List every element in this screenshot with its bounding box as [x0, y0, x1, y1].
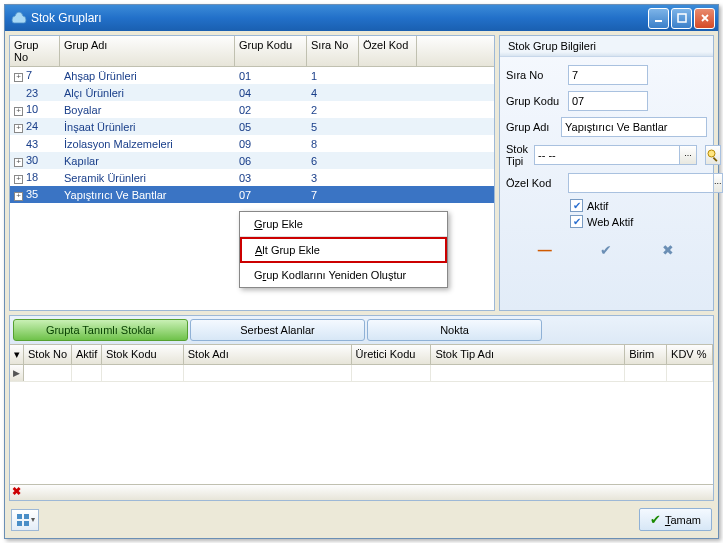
grid-row[interactable]: +18Seramik Ürünleri033	[10, 169, 494, 186]
input-grup-kodu[interactable]	[568, 91, 648, 111]
expand-icon[interactable]: +	[14, 124, 23, 133]
col-aktif[interactable]: Aktif	[72, 345, 102, 364]
tab-grupta-tanimli[interactable]: Grupta Tanımlı Stoklar	[13, 319, 188, 341]
close-button[interactable]	[694, 8, 715, 29]
input-ozel-kod[interactable]	[568, 173, 713, 193]
delete-button[interactable]: —	[535, 242, 555, 258]
window-content: Grup No Grup Adı Grup Kodu Sıra No Özel …	[5, 31, 718, 538]
info-panel: Stok Grup Bilgileri Sıra No Grup Kodu Gr…	[499, 35, 714, 311]
stok-tipi-picker-button[interactable]: ···	[679, 145, 697, 165]
delete-row-icon[interactable]: ✖	[12, 485, 21, 500]
grid-row[interactable]: +10Boyalar022	[10, 101, 494, 118]
stok-tipi-search-button[interactable]	[705, 145, 721, 165]
options-button[interactable]: ▾	[11, 509, 39, 531]
tamam-button[interactable]: ✔ Tamam	[639, 508, 712, 531]
accept-button[interactable]: ✔	[596, 242, 616, 258]
svg-rect-6	[17, 521, 22, 526]
label-aktif: Aktif	[587, 200, 608, 212]
window-buttons	[648, 8, 715, 29]
svg-rect-5	[24, 514, 29, 519]
info-panel-title: Stok Grup Bilgileri	[500, 36, 713, 57]
col-kdv[interactable]: KDV %	[667, 345, 713, 364]
grid-row[interactable]: +35Yapıştırıcı Ve Bantlar077	[10, 186, 494, 203]
input-stok-tipi[interactable]	[534, 145, 679, 165]
titlebar: Stok Grupları	[5, 5, 718, 31]
grid-row[interactable]: +7Ahşap Ürünleri011	[10, 67, 494, 84]
context-menu: Grup Ekle Alt Grup Ekle Grup Kodlarını Y…	[239, 211, 448, 288]
tabs: Grupta Tanımlı Stoklar Serbest Alanlar N…	[10, 316, 713, 344]
col-birim[interactable]: Birim	[625, 345, 667, 364]
ozel-kod-picker-button[interactable]: ···	[713, 173, 723, 193]
input-grup-adi[interactable]	[561, 117, 707, 137]
checkbox-web-aktif[interactable]: ✔	[570, 215, 583, 228]
app-icon	[11, 10, 27, 26]
label-grup-kodu: Grup Kodu	[506, 95, 562, 107]
label-ozel-kod: Özel Kod	[506, 177, 562, 189]
lower-panel: Grupta Tanımlı Stoklar Serbest Alanlar N…	[9, 315, 714, 501]
lower-grid-header: ▾ Stok No Aktif Stok Kodu Stok Adı Üreti…	[10, 344, 713, 365]
expand-icon[interactable]: +	[14, 158, 23, 167]
input-sira-no[interactable]	[568, 65, 648, 85]
svg-rect-4	[17, 514, 22, 519]
col-stok-no[interactable]: Stok No	[24, 345, 72, 364]
grid-row[interactable]: 23Alçı Ürünleri044	[10, 84, 494, 101]
tab-serbest-alanlar[interactable]: Serbest Alanlar	[190, 319, 365, 341]
window-title: Stok Grupları	[31, 11, 648, 25]
col-stok-tip-adi[interactable]: Stok Tip Adı	[431, 345, 625, 364]
col-ozel-kod[interactable]: Özel Kod	[359, 36, 417, 66]
cancel-button[interactable]: ✖	[658, 242, 678, 258]
lower-grid-row[interactable]: ▶	[10, 365, 713, 382]
svg-rect-1	[678, 14, 686, 22]
checkbox-aktif[interactable]: ✔	[570, 199, 583, 212]
label-sira-no: Sıra No	[506, 69, 562, 81]
label-web-aktif: Web Aktif	[587, 216, 633, 228]
menu-alt-grup-ekle[interactable]: Alt Grup Ekle	[240, 237, 447, 263]
col-uretici-kodu[interactable]: Üretici Kodu	[352, 345, 432, 364]
lower-grid-body: ▶ ✖	[10, 365, 713, 500]
svg-rect-0	[655, 20, 662, 22]
minimize-button[interactable]	[648, 8, 669, 29]
maximize-button[interactable]	[671, 8, 692, 29]
menu-grup-ekle[interactable]: Grup Ekle	[240, 212, 447, 237]
grid-row[interactable]: +30Kapılar066	[10, 152, 494, 169]
col-stok-adi[interactable]: Stok Adı	[184, 345, 352, 364]
bottom-bar: ▾ ✔ Tamam	[9, 505, 714, 534]
grid-row[interactable]: 43İzolasyon Malzemeleri098	[10, 135, 494, 152]
svg-rect-7	[24, 521, 29, 526]
lower-grid-footer: ✖	[10, 484, 713, 500]
col-grup-kod[interactable]: Grup Kodu	[235, 36, 307, 66]
label-grup-adi: Grup Adı	[506, 121, 555, 133]
expand-icon[interactable]: +	[14, 175, 23, 184]
svg-rect-3	[713, 157, 718, 162]
expand-icon[interactable]: +	[14, 73, 23, 82]
expand-icon[interactable]: +	[14, 192, 23, 201]
group-grid: Grup No Grup Adı Grup Kodu Sıra No Özel …	[9, 35, 495, 311]
col-sira-no[interactable]: Sıra No	[307, 36, 359, 66]
grid-row[interactable]: +24İnşaat Ürünleri055	[10, 118, 494, 135]
col-grup-adi[interactable]: Grup Adı	[60, 36, 235, 66]
stok-gruplari-window: Stok Grupları Grup No Grup Adı Grup Kodu…	[4, 4, 719, 539]
grid-header: Grup No Grup Adı Grup Kodu Sıra No Özel …	[10, 36, 494, 67]
expand-icon[interactable]: +	[14, 107, 23, 116]
menu-yeniden-olustur[interactable]: Grup Kodlarını Yeniden Oluştur	[240, 263, 447, 287]
col-selector[interactable]: ▾	[10, 345, 24, 364]
col-stok-kodu[interactable]: Stok Kodu	[102, 345, 184, 364]
row-marker-icon: ▶	[10, 365, 24, 381]
check-icon: ✔	[650, 512, 661, 527]
col-grup-no[interactable]: Grup No	[10, 36, 60, 66]
tab-nokta[interactable]: Nokta	[367, 319, 542, 341]
label-stok-tipi: Stok Tipi	[506, 143, 528, 167]
svg-point-2	[708, 150, 715, 157]
